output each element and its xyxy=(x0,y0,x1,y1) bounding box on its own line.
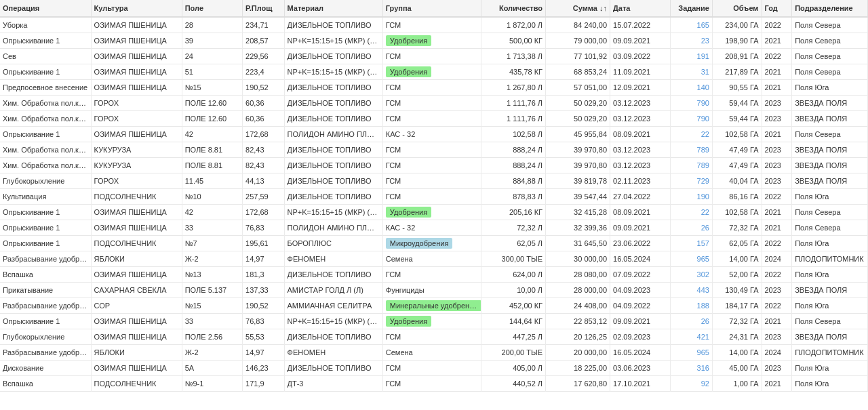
cell-vol: 59,44 ГА xyxy=(712,111,762,127)
table-row[interactable]: Разбрасывание удобренийЯБЛОКИЖ-214,97ФЕН… xyxy=(0,345,868,361)
col-header-field[interactable]: Поле xyxy=(182,0,242,17)
col-header-vol[interactable]: Объем xyxy=(712,0,762,17)
cell-vol: 234,00 ГА xyxy=(712,17,762,33)
cell-area: 55,53 xyxy=(243,329,284,345)
table-row[interactable]: ДискованиеОЗИМАЯ ПШЕНИЦА5А146,23ДИЗЕЛЬНО… xyxy=(0,361,868,376)
cell-year: 2021 xyxy=(762,33,792,49)
cell-qty: 1 872,00 Л xyxy=(481,17,546,33)
cell-qty: 624,00 Л xyxy=(481,267,546,283)
col-header-sum[interactable]: Сумма ↓↑ xyxy=(546,0,610,17)
table-row[interactable]: Опрыскивание 1ОЗИМАЯ ПШЕНИЦА42172,68NP+K… xyxy=(0,205,868,220)
cell-sub: ЗВЕЗДА ПОЛЯ xyxy=(792,111,868,127)
cell-date: 03.12.2023 xyxy=(610,96,671,111)
table-row[interactable]: Хим. Обработка пол.кул.КУКУРУЗАПОЛЕ 8.81… xyxy=(0,158,868,173)
cell-qty: 888,24 Л xyxy=(481,158,546,173)
col-header-task[interactable]: Задание xyxy=(671,0,712,17)
table-row[interactable]: ВспашкаОЗИМАЯ ПШЕНИЦА№13181,3ДИЗЕЛЬНОЕ Т… xyxy=(0,267,868,283)
cell-sum: 39 819,78 xyxy=(546,173,610,189)
cell-area: 223,4 xyxy=(243,64,284,80)
table-row[interactable]: ГлубокорыхлениеОЗИМАЯ ПШЕНИЦАПОЛЕ 2.5655… xyxy=(0,329,868,345)
cell-date: 23.06.2022 xyxy=(610,236,671,251)
table-row[interactable]: ВспашкаПОДСОЛНЕЧНИК№9-1171,9ДТ-3ГСМ440,5… xyxy=(0,376,868,392)
cell-sub: ПЛОДОПИТОМНИК xyxy=(792,345,868,361)
col-header-group[interactable]: Группа xyxy=(382,0,481,17)
table-row[interactable]: Хим. Обработка пол.кул.КУКУРУЗАПОЛЕ 8.81… xyxy=(0,142,868,158)
cell-sub: ЗВЕЗДА ПОЛЯ xyxy=(792,173,868,189)
cell-mat: ФЕНОМЕН xyxy=(284,345,382,361)
cell-date: 02.11.2023 xyxy=(610,173,671,189)
cell-op: Опрыскивание 1 xyxy=(0,314,91,329)
table-row[interactable]: Разбрасывание удобренийЯБЛОКИЖ-214,97ФЕН… xyxy=(0,251,868,267)
cell-sum: 32 415,28 xyxy=(546,205,610,220)
cell-sum: 57 051,00 xyxy=(546,80,610,96)
table-row[interactable]: Разбрасывание удобренийСОР№15190,52АММИА… xyxy=(0,298,868,314)
cell-sum: 39 970,80 xyxy=(546,142,610,158)
cell-field: 39 xyxy=(182,33,242,49)
cell-field: ПОЛЕ 8.81 xyxy=(182,158,242,173)
cell-sub: Поля Юга xyxy=(792,189,868,205)
cell-qty: 205,16 КГ xyxy=(481,205,546,220)
table-row[interactable]: Опрыскивание 1ОЗИМАЯ ПШЕНИЦА51223,4NP+K=… xyxy=(0,64,868,80)
cell-sum: 28 000,00 xyxy=(546,283,610,298)
cell-group: ГСМ xyxy=(382,189,481,205)
cell-area: 190,52 xyxy=(243,80,284,96)
cell-sub: Поля Севера xyxy=(792,205,868,220)
cell-date: 09.09.2021 xyxy=(610,314,671,329)
cell-group: Микроудобрения xyxy=(382,236,481,251)
cell-op: Дискование xyxy=(0,361,91,376)
table-row[interactable]: ПрикатываниеСАХАРНАЯ СВЕКЛАПОЛЕ 5.137137… xyxy=(0,283,868,298)
col-header-year[interactable]: Год xyxy=(762,0,792,17)
cell-cult: ОЗИМАЯ ПШЕНИЦА xyxy=(91,49,182,64)
cell-vol: 45,00 ГА xyxy=(712,361,762,376)
table-row[interactable]: ГлубокорыхлениеГОРОХ11.4544,13ДИЗЕЛЬНОЕ … xyxy=(0,173,868,189)
table-row[interactable]: УборкаОЗИМАЯ ПШЕНИЦА28234,71ДИЗЕЛЬНОЕ ТО… xyxy=(0,17,868,33)
cell-group: Семена xyxy=(382,345,481,361)
cell-task: 421 xyxy=(671,329,712,345)
col-header-area[interactable]: Р.Площ xyxy=(243,0,284,17)
cell-op: Хим. Обработка пол.кул. xyxy=(0,142,91,158)
cell-task: 26 xyxy=(671,220,712,236)
cell-vol: 14,00 ГА xyxy=(712,251,762,267)
table-row[interactable]: Предпосевное внесениеОЗИМАЯ ПШЕНИЦА№1519… xyxy=(0,80,868,96)
cell-task: 140 xyxy=(671,80,712,96)
cell-date: 27.04.2022 xyxy=(610,189,671,205)
cell-op: Разбрасывание удобрений xyxy=(0,345,91,361)
col-header-cult[interactable]: Культура xyxy=(91,0,182,17)
cell-qty: 62,05 Л xyxy=(481,236,546,251)
cell-mat: NP+K=15:15+15 (МКР) (КГ) xyxy=(284,64,382,80)
cell-cult: ОЗИМАЯ ПШЕНИЦА xyxy=(91,329,182,345)
cell-year: 2022 xyxy=(762,17,792,33)
cell-task: 23 xyxy=(671,33,712,49)
table-row[interactable]: Хим. Обработка пол.кул.ГОРОХПОЛЕ 12.6060… xyxy=(0,96,868,111)
col-header-op[interactable]: Операция xyxy=(0,0,91,17)
cell-date: 08.09.2021 xyxy=(610,127,671,142)
cell-field: ПОЛЕ 5.137 xyxy=(182,283,242,298)
table-row[interactable]: Опрыскивание 1ПОДСОЛНЕЧНИК№7195,61БОРОПЛ… xyxy=(0,236,868,251)
table-row[interactable]: Хим. Обработка пол.кул.ГОРОХПОЛЕ 12.6060… xyxy=(0,111,868,127)
cell-vol: 59,44 ГА xyxy=(712,96,762,111)
table-row[interactable]: КультивацияПОДСОЛНЕЧНИК№10257,59ДИЗЕЛЬНО… xyxy=(0,189,868,205)
table-row[interactable]: Опрыскивание 1ОЗИМАЯ ПШЕНИЦА3376,83NP+K=… xyxy=(0,314,868,329)
cell-area: 172,68 xyxy=(243,127,284,142)
cell-year: 2021 xyxy=(762,314,792,329)
col-header-sub[interactable]: Подразделение xyxy=(792,0,868,17)
table-row[interactable]: Опрыскивание 1ОЗИМАЯ ПШЕНИЦА3376,83ПОЛИД… xyxy=(0,220,868,236)
table-row[interactable]: СевОЗИМАЯ ПШЕНИЦА24229,56ДИЗЕЛЬНОЕ ТОПЛИ… xyxy=(0,49,868,64)
cell-year: 2022 xyxy=(762,49,792,64)
col-header-date[interactable]: Дата xyxy=(610,0,671,17)
cell-area: 229,56 xyxy=(243,49,284,64)
col-header-mat[interactable]: Материал xyxy=(284,0,382,17)
cell-year: 2022 xyxy=(762,236,792,251)
cell-qty: 447,25 Л xyxy=(481,329,546,345)
col-header-qty[interactable]: Количество xyxy=(481,0,546,17)
cell-task: 26 xyxy=(671,314,712,329)
cell-mat: ДИЗЕЛЬНОЕ ТОПЛИВО xyxy=(284,111,382,127)
cell-op: Хим. Обработка пол.кул. xyxy=(0,158,91,173)
cell-qty: 440,52 Л xyxy=(481,376,546,392)
table-row[interactable]: Опрыскивание 1ОЗИМАЯ ПШЕНИЦА42172,68ПОЛИ… xyxy=(0,127,868,142)
table-row[interactable]: Опрыскивание 1ОЗИМАЯ ПШЕНИЦА39208,57NP+K… xyxy=(0,33,868,49)
cell-qty: 144,64 КГ xyxy=(481,314,546,329)
cell-vol: 86,16 ГА xyxy=(712,189,762,205)
cell-task: 790 xyxy=(671,96,712,111)
cell-field: 33 xyxy=(182,314,242,329)
